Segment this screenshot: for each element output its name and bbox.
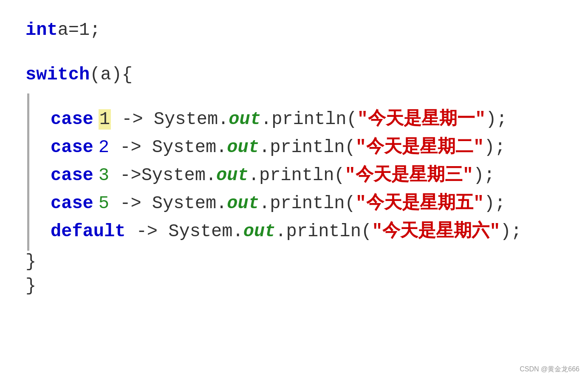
case-2-string: "今天是星期二" (356, 134, 484, 158)
case-line-2: case 2 -> System.out.println("今天是星期二"); (51, 134, 522, 158)
default-out: out (243, 221, 276, 242)
closing-brace-switch: } (25, 251, 563, 271)
case-5-content: -> System. (109, 193, 227, 214)
case-line-5: case 5 -> System.out.println("今天是星期五"); (51, 190, 522, 214)
cases-container: case 1 -> System.out.println("今天是星期一"); … (29, 93, 522, 251)
keyword-case-5: case (51, 193, 93, 214)
case-2-out: out (227, 137, 259, 158)
keyword-case-2: case (51, 137, 93, 158)
default-println: .println( (275, 221, 372, 242)
case-line-3: case 3 ->System.out.println("今天是星期三"); (51, 162, 522, 186)
case-2-number: 2 (99, 137, 109, 158)
case-5-number: 5 (99, 193, 109, 214)
keyword-case-3: case (51, 165, 93, 186)
footer-text: CSDN @黄金龙666 (520, 365, 580, 374)
keyword-int: int (25, 21, 58, 39)
case-1-out: out (229, 109, 261, 130)
line-int: int a=1; (25, 21, 563, 39)
case-3-out: out (216, 165, 249, 186)
case-1-string: "今天是星期一" (357, 106, 486, 130)
case-2-end: ); (484, 137, 505, 158)
closing-brace-1: } (25, 253, 36, 271)
case-line-1: case 1 -> System.out.println("今天是星期一"); (51, 106, 522, 130)
case-2-println: .println( (259, 137, 356, 158)
switch-body: case 1 -> System.out.println("今天是星期一"); … (25, 93, 563, 251)
closing-brace-outer: } (25, 275, 563, 295)
default-content: -> System. (125, 221, 243, 242)
case-2-content: -> System. (109, 137, 227, 158)
case-1-println: .println( (261, 109, 357, 130)
switch-block: switch (a){ case 1 -> System.out.println… (25, 65, 563, 271)
case-3-content: ->System. (109, 165, 216, 186)
keyword-switch: switch (25, 65, 90, 85)
case-3-println: .println( (249, 165, 345, 186)
closing-brace-2: } (25, 277, 36, 295)
line-int-rest: a=1; (58, 21, 101, 39)
keyword-default: default (51, 221, 125, 242)
default-end: ); (500, 221, 522, 242)
case-5-out: out (227, 193, 259, 214)
code-container: int a=1; switch (a){ case 1 -> System.ou… (0, 0, 588, 316)
case-line-default: default -> System.out.println("今天是星期六"); (51, 218, 522, 242)
case-3-end: ); (473, 165, 495, 186)
case-3-number: 3 (99, 165, 109, 186)
case-1-end: ); (486, 109, 507, 130)
switch-rest: (a){ (90, 65, 133, 85)
keyword-case-1: case (51, 109, 93, 130)
case-5-end: ); (484, 193, 505, 214)
case-1-arrow: -> System. (111, 109, 229, 130)
case-3-string: "今天是星期三" (345, 162, 473, 186)
default-string: "今天是星期六" (372, 218, 500, 242)
switch-header: switch (a){ (25, 65, 563, 85)
case-5-println: .println( (259, 193, 356, 214)
case-1-number: 1 (99, 109, 111, 130)
case-5-string: "今天是星期五" (356, 190, 484, 214)
